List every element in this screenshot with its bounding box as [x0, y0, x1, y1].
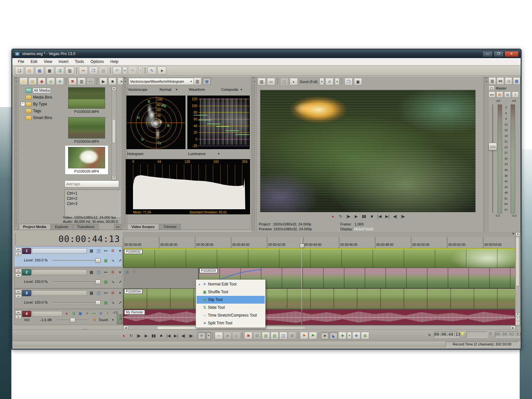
- remove-media-icon[interactable]: ✖: [68, 78, 77, 85]
- menu-item[interactable]: Insert: [56, 59, 71, 65]
- zoom-tool-icon[interactable]: ⊙: [232, 332, 240, 339]
- menu-item[interactable]: ⇄ Slip Tool: [197, 296, 265, 304]
- tree-expander-icon[interactable]: [21, 115, 25, 120]
- panel-tab[interactable]: Explorer: [51, 224, 73, 230]
- import-media-icon[interactable]: ▤: [29, 78, 37, 85]
- auto-ripple-caret-icon[interactable]: ▾: [347, 332, 352, 339]
- undock-panel-icon[interactable]: ◂: [14, 80, 18, 83]
- automation-settings-icon[interactable]: ⚙: [91, 317, 97, 322]
- add-tags-field[interactable]: Add tags: [65, 180, 119, 187]
- solo-icon[interactable]: !: [131, 269, 138, 275]
- level-slider-thumb[interactable]: [95, 258, 101, 263]
- panel-tab[interactable]: Transitions: [73, 224, 99, 230]
- preview-properties-icon[interactable]: ▥: [258, 78, 266, 85]
- extract-audio-icon[interactable]: ◎: [47, 78, 55, 85]
- drag-handle[interactable]: [16, 85, 17, 227]
- automation-caret-icon[interactable]: ▾: [117, 290, 123, 296]
- selection-length-field[interactable]: [466, 332, 487, 338]
- go-to-end-button[interactable]: ▶|: [173, 332, 179, 339]
- level-slider-thumb[interactable]: [95, 280, 101, 284]
- quality-caret-icon[interactable]: ▾: [320, 78, 324, 85]
- track-header-1[interactable]: ▬▬ 1 ▩◳⊷⚙▾⊘! Level: 100.0 % ▦➘➚: [14, 246, 122, 267]
- snapping-enable-icon[interactable]: ➤: [321, 332, 329, 339]
- play-button[interactable]: ▶: [353, 213, 359, 220]
- media-bin-item[interactable]: Smart Bins: [21, 114, 65, 121]
- invert-phase-icon[interactable]: ▣: [77, 310, 83, 316]
- stop-preview-icon[interactable]: ■: [108, 78, 116, 85]
- vol-slider-thumb[interactable]: [70, 318, 75, 322]
- close-panel-icon[interactable]: ✕: [14, 77, 18, 80]
- play-from-start-button[interactable]: |▶: [345, 213, 352, 220]
- scroll-up-icon[interactable]: ▲: [112, 87, 116, 91]
- record-button[interactable]: ●: [120, 332, 127, 339]
- track-number-badge[interactable]: 2: [22, 269, 31, 275]
- media-properties-icon[interactable]: ▥: [78, 78, 86, 85]
- bypass-fx-icon[interactable]: ⊷: [103, 248, 109, 254]
- automation-caret-icon[interactable]: ▾: [117, 248, 123, 254]
- track-name-field[interactable]: [32, 290, 87, 296]
- next-frame-button[interactable]: |▶: [187, 332, 194, 339]
- automation-mode-dropdown[interactable]: Touch: [99, 318, 108, 322]
- tag-shortcut[interactable]: Ctrl+2: [67, 196, 118, 201]
- mute-icon[interactable]: ⊘: [124, 269, 130, 275]
- track-motion-icon[interactable]: ▩: [88, 248, 95, 254]
- master-fader-handle[interactable]: [489, 143, 497, 151]
- panel-tab[interactable]: Video Scopes: [127, 224, 159, 230]
- lock-event-icon[interactable]: ⊠: [288, 332, 296, 339]
- scope-preset-dropdown[interactable]: Vectorscope/Waveform/Histogram▼: [128, 78, 194, 85]
- track-name-field[interactable]: [32, 248, 87, 254]
- menu-item[interactable]: Help: [107, 59, 121, 65]
- automation-settings-icon[interactable]: ⚙: [110, 248, 116, 254]
- redo-icon[interactable]: ↷: [128, 66, 137, 75]
- undock-panel-icon[interactable]: ◂: [123, 80, 127, 83]
- tag-shortcut[interactable]: Ctrl+1: [67, 191, 118, 196]
- copy-snapshot-icon[interactable]: ❐: [345, 78, 353, 85]
- dock-strip[interactable]: ✕ ◂: [252, 77, 257, 232]
- undo-icon[interactable]: ↶: [113, 66, 122, 75]
- menu-item[interactable]: ⇔ Time Stretch/Compress Tool: [197, 311, 265, 319]
- get-media-from-web-icon[interactable]: ⊕: [56, 78, 64, 85]
- track-name-field[interactable]: [32, 311, 62, 317]
- track-number-badge[interactable]: 3: [22, 290, 31, 296]
- meter-clip-value[interactable]: -Inf.: [496, 99, 501, 103]
- drag-handle[interactable]: [15, 234, 16, 245]
- automation-settings-icon[interactable]: ⚙: [110, 290, 116, 296]
- lock-envelopes-icon[interactable]: ⊠: [361, 332, 369, 339]
- start-preview-icon[interactable]: ▶: [99, 78, 107, 85]
- level-slider-track[interactable]: [53, 260, 100, 261]
- close-panel-icon[interactable]: ✕: [485, 77, 488, 80]
- chevron-down-icon[interactable]: ▼: [175, 88, 178, 91]
- master-fader-track[interactable]: [492, 104, 494, 213]
- level-slider-track[interactable]: [53, 302, 100, 303]
- close-button[interactable]: ✕: [504, 51, 519, 57]
- edit-tool-caret-icon[interactable]: ▾: [206, 332, 211, 339]
- new-project-icon[interactable]: ❏: [15, 66, 24, 75]
- close-panel-icon[interactable]: ✕: [123, 77, 127, 80]
- bypass-fx-icon[interactable]: ⊷: [103, 269, 109, 275]
- zoom-out-icon[interactable]: −: [515, 321, 520, 326]
- menu-item[interactable]: ● ✛ Normal Edit Tool: [197, 280, 265, 288]
- project-properties-icon[interactable]: ▥: [65, 66, 74, 75]
- track-fx-icon[interactable]: ◳: [95, 269, 102, 275]
- tree-expander-icon[interactable]: [21, 88, 25, 92]
- timeline-event-my-hamster[interactable]: [123, 309, 516, 325]
- go-to-start-button[interactable]: |◀: [165, 332, 172, 339]
- whats-this-help-icon[interactable]: ➤: [157, 66, 166, 75]
- tab-scroll-arrows[interactable]: ◂ ▸: [114, 224, 121, 230]
- mixer-properties-icon[interactable]: ▥: [489, 77, 496, 85]
- minimize-track-icon[interactable]: ▬: [15, 269, 21, 273]
- track-name-field[interactable]: [32, 270, 87, 275]
- go-to-start-button[interactable]: |◀: [376, 213, 383, 220]
- mute-icon[interactable]: ⊘: [504, 91, 511, 98]
- zoom-in-icon[interactable]: +: [515, 317, 520, 321]
- media-bin-item[interactable]: + By Type: [21, 101, 65, 107]
- minimize-track-icon[interactable]: ▬: [15, 248, 21, 251]
- title-bar[interactable]: ▦ slowmo.veg * - Vegas Pro 13.0 — ❐ ✕: [12, 50, 521, 58]
- menu-item[interactable]: Tools: [72, 59, 87, 65]
- expand-keyframes-icon[interactable]: ◣: [330, 332, 338, 339]
- panel-tab[interactable]: Trimmer: [159, 224, 181, 230]
- external-monitor-icon[interactable]: ▭: [267, 78, 275, 85]
- track-fx-icon[interactable]: ◳: [95, 248, 102, 254]
- automation-settings-icon[interactable]: ⚙: [496, 91, 503, 98]
- interactive-tutorials-icon[interactable]: ✎: [147, 66, 156, 75]
